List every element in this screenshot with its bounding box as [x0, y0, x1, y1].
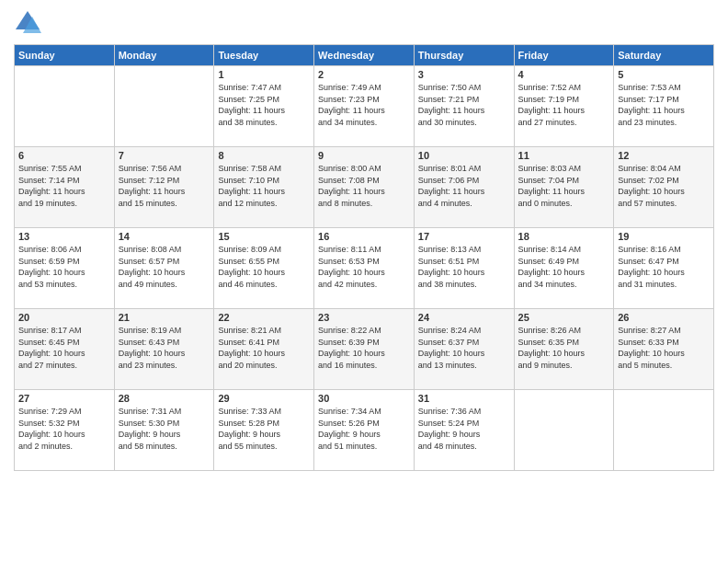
page: SundayMondayTuesdayWednesdayThursdayFrid…: [0, 0, 728, 563]
day-info: Sunrise: 8:08 AM Sunset: 6:57 PM Dayligh…: [119, 244, 210, 290]
logo-icon: [14, 9, 41, 37]
calendar-cell: 17Sunrise: 8:13 AM Sunset: 6:51 PM Dayli…: [414, 228, 514, 309]
day-info: Sunrise: 8:09 AM Sunset: 6:55 PM Dayligh…: [218, 244, 310, 290]
calendar-cell: [15, 66, 115, 147]
day-number: 1: [218, 69, 310, 80]
calendar-cell: 10Sunrise: 8:01 AM Sunset: 7:06 PM Dayli…: [414, 147, 514, 228]
calendar-cell: 11Sunrise: 8:03 AM Sunset: 7:04 PM Dayli…: [514, 147, 614, 228]
day-info: Sunrise: 8:26 AM Sunset: 6:35 PM Dayligh…: [518, 325, 610, 371]
calendar-cell: 4Sunrise: 7:52 AM Sunset: 7:19 PM Daylig…: [514, 66, 614, 147]
calendar-day-header: Friday: [514, 45, 614, 66]
day-info: Sunrise: 8:14 AM Sunset: 6:49 PM Dayligh…: [518, 244, 610, 290]
day-number: 3: [418, 69, 510, 80]
calendar-cell: 31Sunrise: 7:36 AM Sunset: 5:24 PM Dayli…: [414, 390, 514, 471]
day-info: Sunrise: 7:50 AM Sunset: 7:21 PM Dayligh…: [418, 82, 510, 128]
day-number: 21: [119, 312, 210, 323]
day-info: Sunrise: 8:03 AM Sunset: 7:04 PM Dayligh…: [518, 163, 610, 209]
day-info: Sunrise: 7:55 AM Sunset: 7:14 PM Dayligh…: [18, 163, 110, 209]
calendar-day-header: Wednesday: [314, 45, 415, 66]
day-number: 26: [618, 312, 710, 323]
day-info: Sunrise: 7:47 AM Sunset: 7:25 PM Dayligh…: [218, 82, 310, 128]
day-info: Sunrise: 8:19 AM Sunset: 6:43 PM Dayligh…: [119, 325, 210, 371]
calendar-cell: 23Sunrise: 8:22 AM Sunset: 6:39 PM Dayli…: [314, 309, 415, 390]
calendar-cell: 19Sunrise: 8:16 AM Sunset: 6:47 PM Dayli…: [614, 228, 714, 309]
day-info: Sunrise: 8:11 AM Sunset: 6:53 PM Dayligh…: [318, 244, 410, 290]
calendar-cell: 14Sunrise: 8:08 AM Sunset: 6:57 PM Dayli…: [114, 228, 214, 309]
calendar-cell: 29Sunrise: 7:33 AM Sunset: 5:28 PM Dayli…: [214, 390, 314, 471]
calendar-cell: 24Sunrise: 8:24 AM Sunset: 6:37 PM Dayli…: [414, 309, 514, 390]
day-number: 4: [518, 69, 610, 80]
day-number: 6: [18, 150, 110, 161]
calendar-table: SundayMondayTuesdayWednesdayThursdayFrid…: [14, 44, 714, 471]
calendar-week-row: 20Sunrise: 8:17 AM Sunset: 6:45 PM Dayli…: [15, 309, 714, 390]
day-number: 14: [119, 231, 210, 242]
calendar-cell: 6Sunrise: 7:55 AM Sunset: 7:14 PM Daylig…: [15, 147, 115, 228]
day-number: 5: [618, 69, 710, 80]
calendar-cell: 26Sunrise: 8:27 AM Sunset: 6:33 PM Dayli…: [614, 309, 714, 390]
day-number: 7: [119, 150, 210, 161]
day-info: Sunrise: 7:53 AM Sunset: 7:17 PM Dayligh…: [618, 82, 710, 128]
day-info: Sunrise: 7:34 AM Sunset: 5:26 PM Dayligh…: [318, 406, 410, 452]
day-number: 10: [418, 150, 510, 161]
day-info: Sunrise: 7:33 AM Sunset: 5:28 PM Dayligh…: [218, 406, 310, 452]
day-info: Sunrise: 8:01 AM Sunset: 7:06 PM Dayligh…: [418, 163, 510, 209]
day-number: 13: [18, 231, 110, 242]
day-number: 8: [218, 150, 310, 161]
day-info: Sunrise: 8:21 AM Sunset: 6:41 PM Dayligh…: [218, 325, 310, 371]
day-info: Sunrise: 8:16 AM Sunset: 6:47 PM Dayligh…: [618, 244, 710, 290]
day-info: Sunrise: 7:29 AM Sunset: 5:32 PM Dayligh…: [18, 406, 110, 452]
day-number: 20: [18, 312, 110, 323]
day-info: Sunrise: 7:31 AM Sunset: 5:30 PM Dayligh…: [119, 406, 210, 452]
day-info: Sunrise: 7:58 AM Sunset: 7:10 PM Dayligh…: [218, 163, 310, 209]
day-info: Sunrise: 8:22 AM Sunset: 6:39 PM Dayligh…: [318, 325, 410, 371]
day-number: 22: [218, 312, 310, 323]
calendar-cell: 30Sunrise: 7:34 AM Sunset: 5:26 PM Dayli…: [314, 390, 415, 471]
day-number: 16: [318, 231, 410, 242]
calendar-week-row: 27Sunrise: 7:29 AM Sunset: 5:32 PM Dayli…: [15, 390, 714, 471]
calendar-day-header: Tuesday: [214, 45, 314, 66]
day-number: 18: [518, 231, 610, 242]
calendar-day-header: Saturday: [614, 45, 714, 66]
day-number: 28: [119, 393, 210, 404]
calendar-cell: 15Sunrise: 8:09 AM Sunset: 6:55 PM Dayli…: [214, 228, 314, 309]
day-number: 23: [318, 312, 410, 323]
calendar-header-row: SundayMondayTuesdayWednesdayThursdayFrid…: [15, 45, 714, 66]
day-number: 15: [218, 231, 310, 242]
calendar-week-row: 6Sunrise: 7:55 AM Sunset: 7:14 PM Daylig…: [15, 147, 714, 228]
day-number: 31: [418, 393, 510, 404]
header: [14, 9, 714, 37]
calendar-week-row: 1Sunrise: 7:47 AM Sunset: 7:25 PM Daylig…: [15, 66, 714, 147]
calendar-cell: [114, 66, 214, 147]
calendar-cell: 9Sunrise: 8:00 AM Sunset: 7:08 PM Daylig…: [314, 147, 415, 228]
calendar-cell: 3Sunrise: 7:50 AM Sunset: 7:21 PM Daylig…: [414, 66, 514, 147]
calendar-cell: [614, 390, 714, 471]
calendar-cell: 2Sunrise: 7:49 AM Sunset: 7:23 PM Daylig…: [314, 66, 415, 147]
day-info: Sunrise: 8:13 AM Sunset: 6:51 PM Dayligh…: [418, 244, 510, 290]
calendar-cell: 27Sunrise: 7:29 AM Sunset: 5:32 PM Dayli…: [15, 390, 115, 471]
day-info: Sunrise: 7:36 AM Sunset: 5:24 PM Dayligh…: [418, 406, 510, 452]
calendar-cell: 5Sunrise: 7:53 AM Sunset: 7:17 PM Daylig…: [614, 66, 714, 147]
calendar-cell: 18Sunrise: 8:14 AM Sunset: 6:49 PM Dayli…: [514, 228, 614, 309]
calendar-cell: [514, 390, 614, 471]
day-info: Sunrise: 7:56 AM Sunset: 7:12 PM Dayligh…: [119, 163, 210, 209]
day-info: Sunrise: 8:27 AM Sunset: 6:33 PM Dayligh…: [618, 325, 710, 371]
day-info: Sunrise: 8:06 AM Sunset: 6:59 PM Dayligh…: [18, 244, 110, 290]
day-number: 11: [518, 150, 610, 161]
calendar-cell: 8Sunrise: 7:58 AM Sunset: 7:10 PM Daylig…: [214, 147, 314, 228]
calendar-week-row: 13Sunrise: 8:06 AM Sunset: 6:59 PM Dayli…: [15, 228, 714, 309]
day-info: Sunrise: 8:24 AM Sunset: 6:37 PM Dayligh…: [418, 325, 510, 371]
logo: [14, 9, 43, 37]
day-info: Sunrise: 7:49 AM Sunset: 7:23 PM Dayligh…: [318, 82, 410, 128]
calendar-cell: 20Sunrise: 8:17 AM Sunset: 6:45 PM Dayli…: [15, 309, 115, 390]
day-info: Sunrise: 8:04 AM Sunset: 7:02 PM Dayligh…: [618, 163, 710, 209]
day-number: 9: [318, 150, 410, 161]
day-number: 17: [418, 231, 510, 242]
day-number: 24: [418, 312, 510, 323]
calendar-cell: 1Sunrise: 7:47 AM Sunset: 7:25 PM Daylig…: [214, 66, 314, 147]
calendar-cell: 21Sunrise: 8:19 AM Sunset: 6:43 PM Dayli…: [114, 309, 214, 390]
day-number: 19: [618, 231, 710, 242]
calendar-cell: 25Sunrise: 8:26 AM Sunset: 6:35 PM Dayli…: [514, 309, 614, 390]
calendar-day-header: Sunday: [15, 45, 115, 66]
calendar-cell: 13Sunrise: 8:06 AM Sunset: 6:59 PM Dayli…: [15, 228, 115, 309]
day-info: Sunrise: 7:52 AM Sunset: 7:19 PM Dayligh…: [518, 82, 610, 128]
